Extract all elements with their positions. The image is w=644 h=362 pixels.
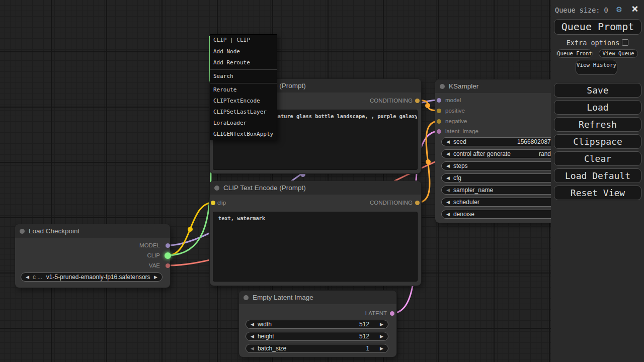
menu-item-cliptextencode[interactable]: CLIPTextEncode [210, 96, 277, 107]
widget-value: 1 [366, 344, 369, 352]
collapse-dot-icon[interactable] [440, 84, 445, 89]
widget-label: steps [453, 162, 468, 170]
load-button[interactable]: Load [554, 100, 641, 115]
comfy-menu-panel: Queue size: 0 ⚙ × Queue Prompt Extra opt… [551, 0, 644, 362]
clip-input-label: clip [217, 200, 226, 206]
model-output-port[interactable] [166, 243, 170, 248]
extra-options-label: Extra options [567, 39, 620, 47]
close-icon[interactable]: × [631, 2, 638, 15]
extra-options-checkbox[interactable] [622, 39, 628, 46]
save-button[interactable]: Save [554, 83, 641, 98]
decrement-arrow-icon[interactable]: ◀ [446, 140, 450, 144]
conditioning-output-label: CONDITIONING [370, 200, 413, 206]
widget-value: 15668020877 [517, 138, 554, 146]
decrement-arrow-icon[interactable]: ◀ [446, 188, 450, 193]
load-default-button[interactable]: Load Default [554, 168, 641, 183]
clip-output-port-highlighted[interactable] [165, 252, 171, 259]
positive-input-port[interactable] [437, 109, 441, 113]
node-load-checkpoint[interactable]: Load Checkpoint MODEL CLIP VAE ◀ c ... v… [15, 224, 170, 288]
widget-label: width [258, 320, 272, 328]
decrement-arrow-icon[interactable]: ◀ [251, 322, 254, 327]
ckpt-name-widget[interactable]: ◀ c ... v1-5-pruned-emaonly-fp16.safeten… [21, 273, 163, 282]
widget-label: cfg [453, 174, 461, 182]
decrement-arrow-icon[interactable]: ◀ [446, 212, 450, 217]
view-history-button[interactable]: View History [576, 60, 617, 75]
queue-front-button[interactable]: Queue Front [556, 49, 593, 58]
widget-value: 512 [359, 320, 369, 328]
negative-input-port[interactable] [437, 119, 441, 124]
increment-arrow-icon[interactable]: ▶ [380, 334, 383, 339]
widget-label: batch_size [258, 344, 286, 352]
queue-size-label: Queue size: 0 [555, 6, 608, 14]
widget-label: seed [453, 138, 466, 146]
comfyui-app: CLIP Text Encode (Prompt) clip CONDITION… [0, 0, 644, 362]
collapse-dot-icon[interactable] [244, 295, 249, 300]
clipspace-button[interactable]: Clipspace [554, 134, 641, 149]
widget-label: c ... [33, 273, 42, 281]
negative-input-label: negative [445, 118, 467, 125]
node-title: Empty Latent Image [239, 291, 396, 304]
node-title: Load Checkpoint [15, 224, 170, 238]
slot-context-menu: CLIP | CLIP Add Node Add Reroute Search … [210, 34, 277, 140]
collapse-dot-icon[interactable] [20, 229, 25, 234]
clip-output-label: CLIP [147, 252, 160, 259]
widget-label: denoise [453, 210, 474, 218]
menu-item-search[interactable]: Search [210, 71, 277, 82]
reset-view-button[interactable]: Reset View [554, 186, 641, 200]
increment-arrow-icon[interactable]: ▶ [380, 346, 383, 351]
clear-button[interactable]: Clear [554, 151, 641, 166]
clip-input-port[interactable] [211, 201, 215, 205]
view-queue-button[interactable]: View Queue [599, 49, 638, 58]
widget-label: scheduler [453, 198, 479, 206]
menu-separator [210, 69, 277, 70]
next-arrow-icon[interactable]: ▶ [154, 275, 157, 280]
menu-item-add-reroute[interactable]: Add Reroute [210, 57, 277, 68]
queue-prompt-button[interactable]: Queue Prompt [554, 19, 641, 35]
menu-item-loraloader[interactable]: LoraLoader [210, 118, 277, 129]
widget-label: control after generate [453, 150, 511, 158]
decrement-arrow-icon[interactable]: ◀ [446, 176, 450, 180]
menu-item-add-node[interactable]: Add Node [210, 46, 277, 57]
model-input-port[interactable] [437, 98, 441, 103]
height-widget[interactable]: ◀ height 512 ▶ [246, 332, 388, 341]
model-output-label: MODEL [139, 242, 160, 249]
menu-item-gligentextboxapply[interactable]: GLIGENTextBoxApply [210, 129, 277, 140]
extra-options-row: Extra options [551, 39, 644, 47]
menu-item-clipsetlastlayer[interactable]: CLIPSetLastLayer [210, 107, 277, 118]
widget-value: v1-5-pruned-emaonly-fp16.safetensors [46, 273, 150, 281]
conditioning-output-port[interactable] [415, 99, 420, 103]
decrement-arrow-icon[interactable]: ◀ [446, 152, 450, 156]
node-title: CLIP Text Encode (Prompt) [210, 181, 421, 195]
width-widget[interactable]: ◀ width 512 ▶ [246, 320, 388, 329]
vae-output-label: VAE [149, 262, 160, 269]
node-clip-text-encode-negative[interactable]: CLIP Text Encode (Prompt) clip CONDITION… [210, 181, 421, 286]
decrement-arrow-icon[interactable]: ◀ [251, 346, 254, 351]
decrement-arrow-icon[interactable]: ◀ [446, 164, 450, 168]
latent-image-input-label: latent_image [445, 128, 478, 135]
latent-image-input-port[interactable] [437, 129, 441, 134]
widget-value: 512 [359, 332, 369, 340]
prompt-textarea[interactable]: text, watermark [213, 212, 418, 282]
settings-gear-icon[interactable]: ⚙ [616, 4, 622, 14]
vae-output-port[interactable] [166, 263, 170, 268]
decrement-arrow-icon[interactable]: ◀ [446, 200, 450, 205]
model-input-label: model [445, 97, 461, 104]
widget-label: sampler_name [453, 186, 493, 194]
context-menu-title: CLIP | CLIP [210, 35, 277, 46]
conditioning-output-label: CONDITIONING [370, 98, 413, 104]
refresh-button[interactable]: Refresh [554, 117, 641, 132]
increment-arrow-icon[interactable]: ▶ [380, 322, 383, 327]
latent-output-port[interactable] [390, 311, 394, 316]
menu-separator [210, 83, 277, 83]
latent-output-label: LATENT [365, 310, 387, 317]
collapse-dot-icon[interactable] [214, 186, 219, 191]
node-empty-latent-image[interactable]: Empty Latent Image LATENT ◀ width 512 ▶ … [239, 291, 396, 357]
conditioning-output-port[interactable] [415, 201, 420, 205]
decrement-arrow-icon[interactable]: ◀ [251, 334, 254, 339]
menu-item-reroute[interactable]: Reroute [210, 84, 277, 96]
positive-input-label: positive [445, 108, 465, 114]
batch-size-widget[interactable]: ◀ batch_size 1 ▶ [246, 344, 388, 353]
prev-arrow-icon[interactable]: ◀ [26, 275, 29, 280]
widget-label: height [258, 332, 274, 340]
